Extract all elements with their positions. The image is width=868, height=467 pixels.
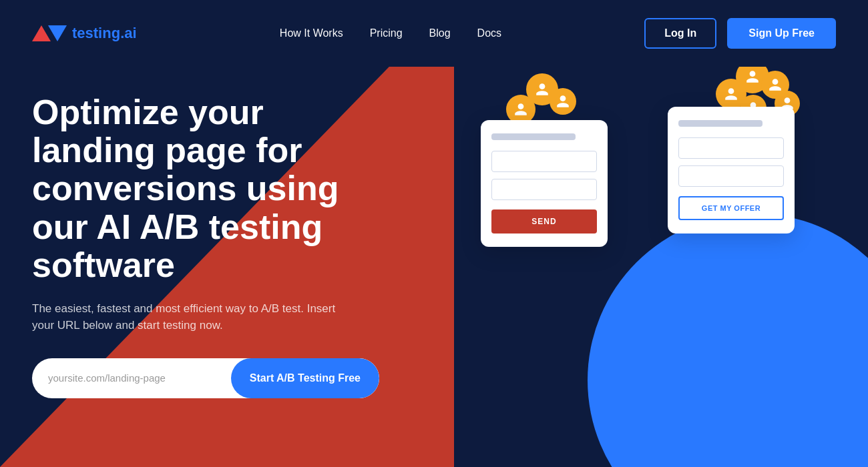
start-testing-button[interactable]: Start A/B Testing Free xyxy=(231,358,379,398)
nav-link-pricing[interactable]: Pricing xyxy=(370,27,403,39)
user-icon xyxy=(535,82,550,97)
card-input-a2 xyxy=(491,179,597,200)
variant-b-card: GET MY OFFER xyxy=(668,107,795,234)
nav-links: How It Works Pricing Blog Docs xyxy=(280,27,501,39)
nav-link-docs[interactable]: Docs xyxy=(477,27,501,39)
logo-triangle-blue-icon xyxy=(48,25,67,41)
hero-content: Optimize your landing page for conversio… xyxy=(0,67,401,467)
nav-item-how-it-works[interactable]: How It Works xyxy=(280,27,343,39)
signup-button[interactable]: Sign Up Free xyxy=(727,18,836,49)
user-icon xyxy=(768,77,783,92)
brand-name-prefix: testing xyxy=(72,25,120,41)
user-icon xyxy=(745,69,760,84)
hero-title: Optimize your landing page for conversio… xyxy=(32,93,369,284)
card-input-a1 xyxy=(491,151,597,172)
card-cta-b[interactable]: GET MY OFFER xyxy=(678,196,784,220)
nav-item-docs[interactable]: Docs xyxy=(477,27,501,39)
card-input-b1 xyxy=(678,137,784,159)
logo-text: testing.ai xyxy=(72,25,137,42)
user-icon xyxy=(724,87,738,101)
nav-link-how-it-works[interactable]: How It Works xyxy=(280,27,343,39)
user-bubble-a2 xyxy=(550,88,576,115)
nav-item-blog[interactable]: Blog xyxy=(429,27,451,39)
navbar: testing.ai How It Works Pricing Blog Doc… xyxy=(0,0,868,67)
brand-name-suffix: .ai xyxy=(120,25,136,41)
url-input[interactable] xyxy=(32,372,231,384)
card-header-bar-b xyxy=(678,120,763,127)
nav-actions: Log In Sign Up Free xyxy=(644,18,836,49)
nav-item-pricing[interactable]: Pricing xyxy=(370,27,403,39)
user-icon xyxy=(556,94,570,109)
hero-subtitle: The easiest, fastest and most efficient … xyxy=(32,300,353,334)
nav-link-blog[interactable]: Blog xyxy=(429,27,451,39)
card-header-bar-a xyxy=(491,133,576,140)
login-button[interactable]: Log In xyxy=(644,18,716,49)
ab-test-illustration: SEND GET MY OFFER xyxy=(401,67,868,467)
user-icon xyxy=(513,102,528,117)
logo[interactable]: testing.ai xyxy=(32,25,137,42)
main-section: Optimize your landing page for conversio… xyxy=(0,67,868,467)
url-form: Start A/B Testing Free xyxy=(32,358,379,398)
card-cta-a[interactable]: SEND xyxy=(491,209,597,234)
logo-icon xyxy=(32,25,67,41)
variant-a-card: SEND xyxy=(481,120,608,247)
card-input-b2 xyxy=(678,165,784,187)
